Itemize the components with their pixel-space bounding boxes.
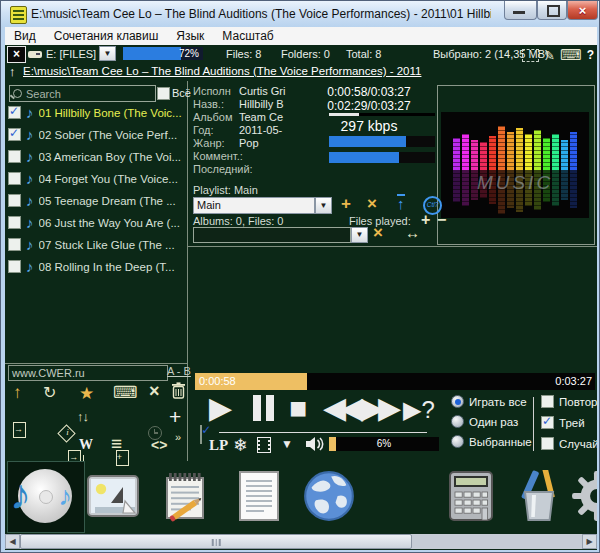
forward-button[interactable]: ▶▶	[361, 393, 395, 423]
ab-repeat-link[interactable]: A - B	[167, 365, 191, 377]
seek-bar[interactable]: 0:00:58 0:03:27	[195, 373, 595, 390]
file-row[interactable]: ✓ ♪ 01 Hillbilly Bone (The Voic...	[8, 102, 184, 123]
sort-updown-icon[interactable]: ↑↓	[77, 409, 88, 424]
launcher-item-favorites[interactable]	[367, 465, 431, 527]
help-button[interactable]: ?	[587, 48, 594, 62]
dropdown-arrow-icon[interactable]: ▼	[281, 437, 293, 451]
mode-play-selected[interactable]: Выбранные	[451, 435, 532, 448]
export-file-icon[interactable]: →	[13, 422, 26, 438]
launcher-item-music[interactable]: ♪ ♪	[13, 465, 77, 527]
info-icon[interactable]: i	[58, 424, 76, 442]
mode-play-all[interactable]: Играть все	[451, 395, 527, 408]
option-shuffle[interactable]: Случайн	[541, 437, 597, 450]
list-lines-icon[interactable]: ≡	[111, 433, 122, 455]
scrollbar-thumb[interactable]	[20, 534, 412, 549]
file-checkbox[interactable]	[8, 172, 21, 185]
film-icon[interactable]	[257, 437, 271, 453]
add-plus-icon[interactable]: +	[169, 405, 181, 429]
file-checkbox[interactable]	[8, 150, 21, 163]
file-checkbox[interactable]	[8, 194, 21, 207]
file-row[interactable]: ♪ 08 Rolling In the Deep (T...	[8, 256, 184, 277]
mode-play-once[interactable]: Один раз	[451, 415, 518, 428]
current-path[interactable]: E:\music\Team Cee Lo – The Blind Auditio…	[23, 65, 421, 77]
launcher-item-tools[interactable]	[507, 465, 571, 527]
wand-icon[interactable]: ✎	[544, 48, 555, 63]
chevrons-icon[interactable]: »	[175, 431, 181, 443]
option-repeat[interactable]: Повтор	[541, 395, 597, 408]
equalizer-bar	[570, 132, 577, 170]
file-row[interactable]: ♪ 07 Stuck Like Glue (The ...	[8, 234, 184, 255]
scroll-left-button[interactable]: ◀	[5, 534, 20, 549]
file-checkbox[interactable]: ✓	[8, 106, 21, 119]
file-checkbox[interactable]: ✓	[8, 128, 21, 141]
launcher-item-web[interactable]	[297, 465, 361, 527]
album-clear-button[interactable]: ×	[373, 225, 383, 241]
favorite-star-icon[interactable]: ★	[79, 383, 94, 404]
computer-icon[interactable]: ⌨	[113, 382, 138, 403]
playlist-add-button[interactable]: +	[341, 196, 351, 212]
file-checkbox[interactable]	[8, 238, 21, 251]
files-played-plus[interactable]: +	[421, 211, 430, 229]
menu-view[interactable]: Вид	[5, 29, 45, 43]
level-bar-1[interactable]	[329, 136, 435, 147]
playlist-dropdown-button[interactable]: ▼	[315, 197, 332, 214]
menu-language[interactable]: Язык	[167, 29, 213, 43]
file-row[interactable]: ♪ 04 Forget You (The Voice...	[8, 168, 184, 189]
launcher-item-settings[interactable]	[571, 465, 597, 527]
playlist-select[interactable]: Main	[193, 197, 315, 214]
drive-selector[interactable]: E: [FILES]	[46, 48, 96, 60]
file-checkbox[interactable]	[8, 260, 21, 273]
play-random-button[interactable]: ▶?	[403, 395, 435, 425]
launcher-item-notes[interactable]	[153, 465, 217, 527]
file-checkbox[interactable]	[8, 216, 21, 229]
up-folder-icon[interactable]: ↑	[9, 64, 16, 79]
snowflake-icon[interactable]: ❄	[233, 435, 247, 456]
lp-button[interactable]: LP	[209, 437, 228, 454]
playlist-remove-button[interactable]: ×	[367, 196, 377, 212]
menu-scale[interactable]: Масштаб	[213, 29, 282, 43]
drive-dropdown-button[interactable]: ▼	[99, 46, 116, 61]
delete-x-icon[interactable]: ×	[149, 381, 160, 402]
volume-bar[interactable]: 6%	[329, 437, 439, 451]
selection-rect-icon[interactable]	[522, 49, 539, 62]
album-select[interactable]	[193, 227, 351, 243]
horizontal-scrollbar[interactable]: ◀ ▶	[5, 534, 597, 549]
option-tray[interactable]: ✓ Трей	[541, 416, 585, 429]
rewind-button[interactable]: ◀◀	[323, 393, 357, 423]
winamp-w-icon[interactable]: W	[79, 437, 93, 453]
level-bar-2[interactable]	[329, 152, 435, 163]
resize-icon[interactable]: ↔	[405, 224, 420, 241]
play-button[interactable]: ▶	[209, 393, 226, 423]
move-up-button[interactable]: ↑	[13, 383, 22, 403]
close-icon: ×	[568, 3, 597, 18]
launcher-item-calculator[interactable]	[439, 465, 503, 527]
speaker-icon[interactable]	[305, 436, 325, 452]
playlist-import-icon[interactable]: ↑	[397, 194, 405, 211]
keyboard-icon[interactable]: ⌨	[560, 46, 582, 64]
close-button[interactable]: ×	[567, 1, 598, 20]
title-bar[interactable]: E:\music\Team Cee Lo – The Blind Auditio…	[1, 1, 600, 27]
refresh-icon[interactable]: ↻	[43, 383, 56, 402]
stop-button[interactable]: ■	[289, 393, 301, 423]
angle-brackets-icon[interactable]: <>	[151, 437, 167, 453]
select-all-checkbox[interactable]	[157, 87, 170, 100]
close-panel-button[interactable]: ×	[7, 46, 26, 63]
minimize-button[interactable]	[504, 1, 537, 20]
menu-shortcuts[interactable]: Сочетания клавиш	[45, 29, 168, 43]
trash-icon[interactable]	[171, 382, 186, 399]
status-field[interactable]: www.CWER.ru	[8, 365, 168, 381]
search-input[interactable]: Search	[9, 85, 156, 102]
pause-button[interactable]	[253, 395, 279, 425]
file-row[interactable]: ♪ 05 Teenage Dream (The ...	[8, 190, 184, 211]
maximize-button[interactable]	[537, 1, 567, 20]
files-played-minus[interactable]: −	[437, 211, 446, 229]
scroll-right-button[interactable]: ▶	[582, 534, 597, 549]
album-dropdown-button[interactable]: ▼	[351, 227, 368, 243]
file-row[interactable]: ✓ ♪ 02 Sober (The Voice Perf...	[8, 124, 184, 145]
launcher-item-documents[interactable]	[227, 465, 291, 527]
check-toggle-icon[interactable]: ✓	[200, 425, 202, 444]
launcher-item-images[interactable]	[81, 465, 145, 527]
file-row[interactable]: ♪ 06 Just the Way You Are (...	[8, 212, 184, 233]
music-note-icon: ♪	[26, 215, 34, 230]
file-row[interactable]: ♪ 03 American Boy (The Voi...	[8, 146, 184, 167]
